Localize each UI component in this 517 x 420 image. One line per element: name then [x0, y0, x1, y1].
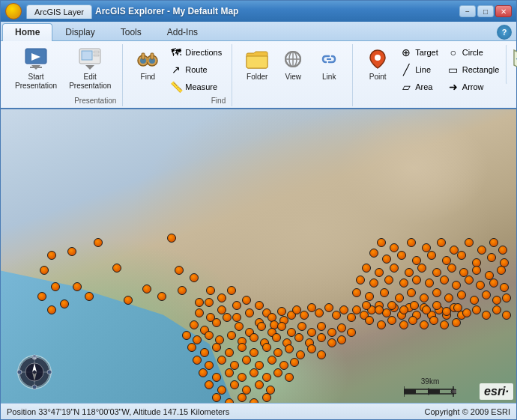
map-marker [317, 322, 326, 331]
map-marker [399, 305, 408, 314]
circle-label: Circle [462, 48, 483, 57]
map-marker [375, 305, 384, 314]
map-marker [470, 296, 479, 305]
map-marker [67, 247, 76, 256]
map-marker [347, 313, 356, 322]
tab-tools[interactable]: Tools [108, 23, 154, 40]
target-icon: ⊕ [400, 46, 412, 58]
point-button[interactable]: Point [360, 44, 395, 85]
binoculars-icon [136, 47, 160, 71]
map-marker [369, 249, 378, 258]
folder-button[interactable]: Folder [240, 44, 274, 85]
minimize-button[interactable]: − [459, 5, 476, 17]
map-marker [267, 356, 276, 365]
map-marker [365, 292, 374, 301]
scale-bar: 39km [404, 377, 456, 397]
map-marker [417, 264, 426, 273]
close-button[interactable]: ✕ [495, 5, 512, 17]
area-icon: ▱ [400, 81, 412, 93]
view-button[interactable]: View [276, 44, 310, 85]
map-marker [390, 243, 399, 252]
edit-presentation-button[interactable]: EditPresentation [64, 44, 116, 94]
status-copyright: Copyright © 2009 ESRI [425, 407, 511, 416]
ribbon-group-presentation: StartPresentation EditPre [4, 44, 123, 106]
map-marker [285, 344, 294, 353]
map-marker [408, 316, 417, 325]
map-marker [502, 293, 511, 302]
area-button[interactable]: ▱ Area [396, 79, 442, 95]
svg-point-34 [47, 370, 52, 374]
rectangle-button[interactable]: ▭ Rectangle [444, 61, 504, 78]
point-icon [366, 47, 390, 71]
map-marker [440, 320, 449, 329]
esri-logo: esri· [480, 383, 513, 400]
map-marker [242, 356, 251, 365]
restore-button[interactable]: □ [477, 5, 494, 17]
map-marker [377, 320, 386, 329]
esri-text: esri· [484, 385, 509, 398]
directions-icon: 🗺 [170, 46, 182, 58]
find-button[interactable]: Find [130, 44, 165, 85]
map-marker [365, 316, 374, 325]
tab-home[interactable]: Home [2, 23, 52, 41]
map-view[interactable]: N 39km esri· [1, 109, 516, 403]
map-marker [200, 348, 209, 357]
map-marker [447, 264, 456, 273]
map-marker [297, 322, 306, 331]
map-marker [205, 331, 214, 340]
map-marker [262, 373, 271, 382]
map-marker [73, 282, 82, 291]
map-marker [223, 313, 232, 322]
measure-button[interactable]: 📏 Measure [166, 79, 226, 95]
map-marker [497, 266, 506, 275]
help-button[interactable]: ? [497, 25, 512, 40]
directions-button[interactable]: 🗺 Directions [166, 44, 226, 61]
map-marker [465, 276, 474, 284]
map-marker [405, 268, 414, 277]
ribbon-group-create: Point ⊕ Target ╱ Line ▱ Area [354, 44, 517, 106]
map-marker [217, 356, 226, 365]
map-marker [235, 322, 244, 331]
map-button[interactable]: Map [506, 44, 517, 85]
map-marker [444, 293, 453, 302]
map-marker [453, 303, 462, 312]
map-marker [225, 348, 234, 357]
start-presentation-button[interactable]: StartPresentation [10, 44, 62, 94]
line-button[interactable]: ╱ Line [396, 61, 442, 78]
title-bar: ArcGIS Layer ArcGIS Explorer - My Defaul… [1, 1, 516, 22]
target-button[interactable]: ⊕ Target [396, 44, 442, 61]
map-marker [262, 343, 271, 352]
map-marker [462, 308, 471, 317]
map-marker [272, 333, 281, 342]
ribbon: Home Display Tools Add-Ins ? [1, 22, 516, 109]
link-button[interactable]: Link [312, 44, 346, 85]
map-marker [492, 296, 501, 305]
active-document-tab[interactable]: ArcGIS Layer [26, 4, 92, 19]
tab-addins[interactable]: Add-Ins [154, 23, 211, 40]
map-marker [296, 350, 305, 359]
map-marker [205, 298, 214, 307]
map-marker [362, 264, 371, 273]
compass[interactable]: N [16, 353, 53, 391]
map-marker [429, 316, 438, 325]
map-marker [167, 234, 176, 243]
map-marker [294, 333, 303, 342]
map-marker [390, 264, 399, 273]
arrow-button[interactable]: ➜ Arrow [444, 79, 504, 95]
map-marker [212, 393, 221, 402]
map-marker [315, 308, 324, 317]
map-marker [422, 305, 431, 314]
create-items: Point ⊕ Target ╱ Line ▱ Area [360, 44, 517, 95]
directions-label: Directions [185, 48, 222, 57]
circle-button[interactable]: ○ Circle [444, 44, 504, 61]
map-marker [250, 348, 258, 357]
map-marker [205, 361, 214, 370]
map-marker [452, 281, 461, 290]
target-label: Target [415, 48, 438, 57]
map-marker [245, 308, 254, 317]
route-button[interactable]: ↗ Route [166, 61, 226, 78]
tab-display[interactable]: Display [52, 23, 107, 40]
map-marker [199, 368, 208, 377]
map-marker [238, 393, 247, 402]
map-marker [178, 286, 187, 295]
